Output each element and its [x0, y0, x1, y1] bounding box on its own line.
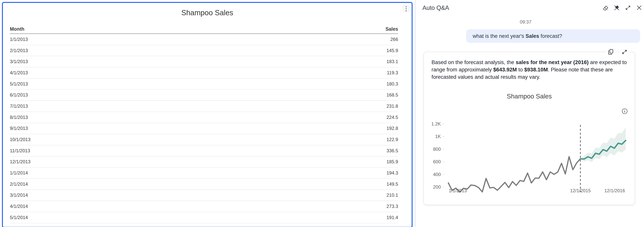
month-cell: 9/1/2013: [10, 126, 28, 131]
month-cell: 7/1/2013: [10, 103, 28, 109]
y-axis-label: 1.2K: [431, 121, 441, 126]
sales-cell: 273.3: [386, 204, 398, 209]
table-row[interactable]: 7/1/2013231.8: [10, 101, 398, 112]
table-row[interactable]: 1/1/2013266: [10, 34, 398, 45]
sales-cell: 119.3: [387, 70, 398, 75]
column-header-sales[interactable]: Sales: [386, 26, 398, 32]
table-visual-card[interactable]: Shampoo Sales Month Sales 1/1/20132662/1…: [2, 2, 412, 227]
y-axis-label: 600: [433, 159, 441, 164]
qa-panel-header: Auto Q&A: [416, 0, 644, 16]
sales-cell: 192.8: [386, 126, 398, 131]
table-row[interactable]: 3/1/2013183.1: [10, 56, 398, 67]
user-message-bubble: what is the next year's Sales forecast?: [466, 29, 640, 43]
month-cell: 4/1/2013: [10, 70, 28, 75]
y-axis-label: 1K: [435, 134, 441, 139]
month-cell: 2/1/2013: [10, 48, 28, 53]
sales-cell: 145.9: [386, 48, 398, 53]
qa-panel-title: Auto Q&A: [422, 4, 449, 11]
y-axis-label: 200: [433, 184, 441, 190]
month-cell: 4/1/2014: [10, 204, 28, 209]
more-options-button[interactable]: [403, 5, 409, 12]
sales-cell: 266: [390, 37, 398, 42]
table-row[interactable]: 3/1/2014210.1: [10, 190, 398, 201]
y-axis-label: 400: [433, 172, 441, 177]
table-header-row[interactable]: Month Sales: [10, 22, 398, 34]
sales-cell: 183.1: [386, 59, 398, 64]
month-cell: 10/1/2013: [10, 137, 30, 142]
unpin-button[interactable]: [613, 4, 620, 11]
month-cell: 5/1/2013: [10, 81, 28, 87]
x-axis-label: 12/1/2015: [570, 188, 591, 193]
close-panel-button[interactable]: [636, 4, 643, 11]
table-body: 1/1/20132662/1/2013145.93/1/2013183.14/1…: [10, 34, 398, 227]
expand-icon: [621, 48, 628, 55]
table-row[interactable]: 9/1/2013192.8: [10, 123, 398, 134]
sales-cell: 336.5: [386, 148, 398, 154]
table-row[interactable]: 5/1/2013180.3: [10, 79, 398, 90]
x-axis-label: 12/1/2016: [604, 188, 625, 193]
answer-text: Based on the forecast analysis, the sale…: [424, 52, 635, 81]
sales-cell: 168.5: [386, 92, 398, 98]
chat-timestamp: 09:37: [416, 19, 636, 25]
month-cell: 11/1/2013: [10, 148, 30, 154]
qa-toolbar: [602, 4, 643, 11]
user-message-text: what is the next year's Sales forecast?: [473, 33, 562, 39]
sales-cell: 191.4: [386, 215, 398, 220]
sales-cell: 224.5: [386, 115, 398, 120]
forecast-line-chart[interactable]: 2004006008001K1.2K1/1/201312/1/201512/1/…: [424, 108, 636, 195]
month-cell: 1/1/2014: [10, 170, 28, 176]
sales-cell: 185.9: [386, 159, 398, 165]
forecast-chart-title: Shampoo Sales: [424, 93, 635, 100]
month-cell: 1/1/2013: [10, 37, 28, 42]
table-row[interactable]: 8/1/2013224.5: [10, 112, 398, 123]
clear-chat-button[interactable]: [602, 4, 609, 11]
month-cell: 6/1/2013: [10, 92, 28, 98]
expand-panel-button[interactable]: [624, 4, 632, 11]
close-icon: [636, 4, 642, 11]
table-row[interactable]: 5/1/2014191.4: [10, 212, 398, 223]
sales-cell: 287: [390, 226, 398, 227]
sales-cell: 210.1: [386, 193, 398, 198]
month-cell: 5/1/2014: [10, 215, 28, 220]
y-axis-label: 800: [433, 147, 441, 152]
sales-cell: 180.3: [386, 81, 398, 87]
answer-card-actions: [606, 47, 629, 56]
table-row[interactable]: 11/1/2013336.5: [10, 145, 398, 157]
table-visual-title: Shampoo Sales: [3, 9, 412, 17]
month-cell: 6/1/2014: [10, 226, 28, 227]
sales-cell: 122.9: [386, 137, 398, 142]
table-row[interactable]: 2/1/2013145.9: [10, 45, 398, 56]
copy-answer-button[interactable]: [606, 47, 616, 56]
month-cell: 3/1/2014: [10, 193, 28, 198]
table-row[interactable]: 4/1/2014273.3: [10, 201, 398, 212]
column-header-month[interactable]: Month: [10, 26, 24, 32]
auto-qa-panel: Auto Q&A: [416, 0, 644, 227]
copy-icon: [608, 48, 614, 55]
table-row[interactable]: 2/1/2014149.5: [10, 179, 398, 190]
expand-icon: [625, 4, 631, 11]
table-row[interactable]: 4/1/2013119.3: [10, 67, 398, 79]
historical-sales-line: [448, 157, 580, 192]
sales-cell: 149.5: [386, 182, 398, 187]
answer-card: Based on the forecast analysis, the sale…: [424, 52, 635, 205]
table-row[interactable]: 6/1/2013168.5: [10, 90, 398, 101]
sales-cell: 231.8: [386, 103, 398, 109]
month-cell: 12/1/2013: [10, 159, 30, 165]
month-cell: 8/1/2013: [10, 115, 28, 120]
sales-cell: 194.3: [386, 170, 398, 176]
sales-table: Month Sales 1/1/20132662/1/2013145.93/1/…: [10, 22, 398, 227]
eraser-icon: [602, 4, 609, 11]
expand-answer-button[interactable]: [620, 47, 629, 56]
pin-off-icon: [614, 4, 620, 11]
table-row[interactable]: 6/1/2014287: [10, 223, 398, 227]
table-row[interactable]: 12/1/2013185.9: [10, 157, 398, 168]
table-row[interactable]: 1/1/2014194.3: [10, 168, 398, 179]
month-cell: 2/1/2014: [10, 182, 28, 187]
table-row[interactable]: 10/1/2013122.9: [10, 134, 398, 145]
x-axis-label: 1/1/2013: [449, 188, 467, 193]
month-cell: 3/1/2013: [10, 59, 28, 64]
